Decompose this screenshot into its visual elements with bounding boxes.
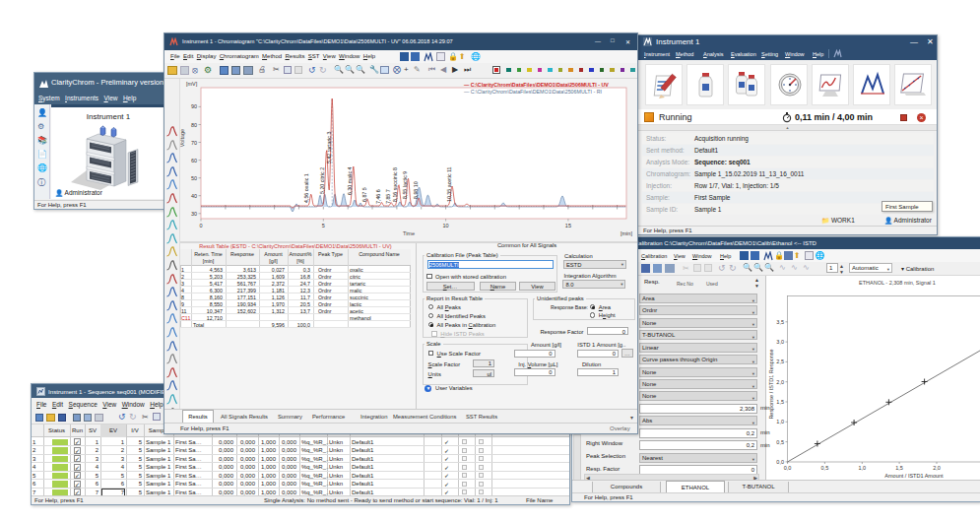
svg-text:0,0: 0,0 bbox=[776, 459, 784, 465]
svg-text:8,55 lactic 9: 8,55 lactic 9 bbox=[402, 171, 408, 199]
svg-text:7,46 6: 7,46 6 bbox=[375, 189, 381, 204]
svg-text:0,5: 0,5 bbox=[821, 465, 829, 471]
svg-text:5,42 tartaric 3: 5,42 tartaric 3 bbox=[326, 132, 332, 163]
svg-text:8,16 succinic 8: 8,16 succinic 8 bbox=[392, 167, 398, 202]
svg-text:5,20 citric 2: 5,20 citric 2 bbox=[319, 167, 325, 194]
svg-text:5: 5 bbox=[322, 223, 325, 228]
svg-text:2,0: 2,0 bbox=[933, 465, 941, 471]
svg-text:3,0: 3,0 bbox=[776, 339, 784, 345]
svg-text:Amount / ISTD1 Amount: Amount / ISTD1 Amount bbox=[884, 473, 944, 479]
svg-text:2,5: 2,5 bbox=[776, 359, 784, 364]
svg-text:2,0: 2,0 bbox=[776, 379, 784, 385]
svg-text:6,87 5: 6,87 5 bbox=[361, 187, 367, 202]
svg-text:7,85 7: 7,85 7 bbox=[385, 189, 391, 204]
svg-text:— C:\ClarityChrom\DataFiles\DE: — C:\ClarityChrom\DataFiles\DEMO1\Data\2… bbox=[464, 89, 602, 95]
svg-text:80: 80 bbox=[191, 122, 197, 128]
svg-text:1,0: 1,0 bbox=[858, 465, 866, 471]
svg-text:[min]: [min] bbox=[621, 230, 632, 236]
svg-text:1,5: 1,5 bbox=[895, 465, 903, 471]
svg-text:50: 50 bbox=[191, 175, 197, 181]
svg-text:15: 15 bbox=[565, 223, 571, 228]
svg-text:3,5: 3,5 bbox=[776, 319, 784, 325]
svg-text:70: 70 bbox=[191, 140, 197, 146]
svg-text:ETHANOL - 2,308 min, Signal 1: ETHANOL - 2,308 min, Signal 1 bbox=[859, 280, 936, 286]
svg-text:1,0: 1,0 bbox=[776, 419, 784, 424]
svg-text:40: 40 bbox=[191, 193, 197, 199]
svg-text:90: 90 bbox=[191, 103, 197, 109]
svg-text:60: 60 bbox=[191, 158, 197, 163]
svg-text:6,30 malic 4: 6,30 malic 4 bbox=[347, 166, 353, 195]
svg-text:0,5: 0,5 bbox=[776, 439, 784, 445]
svg-text:Voltage: Voltage bbox=[180, 129, 185, 147]
svg-text:4,56 oxalic 1: 4,56 oxalic 1 bbox=[303, 173, 309, 203]
svg-text:1,5: 1,5 bbox=[776, 399, 784, 405]
svg-text:8,98 10: 8,98 10 bbox=[413, 181, 419, 199]
svg-text:— C:\ClarityChrom\DataFiles\DE: — C:\ClarityChrom\DataFiles\DEMO1\Data\2… bbox=[464, 82, 609, 88]
svg-text:10,35 acetic 11: 10,35 acetic 11 bbox=[446, 166, 452, 202]
svg-text:0: 0 bbox=[199, 223, 202, 228]
svg-text:[mV]: [mV] bbox=[186, 81, 198, 87]
svg-text:Time: Time bbox=[403, 230, 415, 236]
svg-text:30: 30 bbox=[191, 211, 197, 217]
svg-text:10: 10 bbox=[443, 223, 449, 228]
svg-text:0,0: 0,0 bbox=[784, 465, 792, 471]
